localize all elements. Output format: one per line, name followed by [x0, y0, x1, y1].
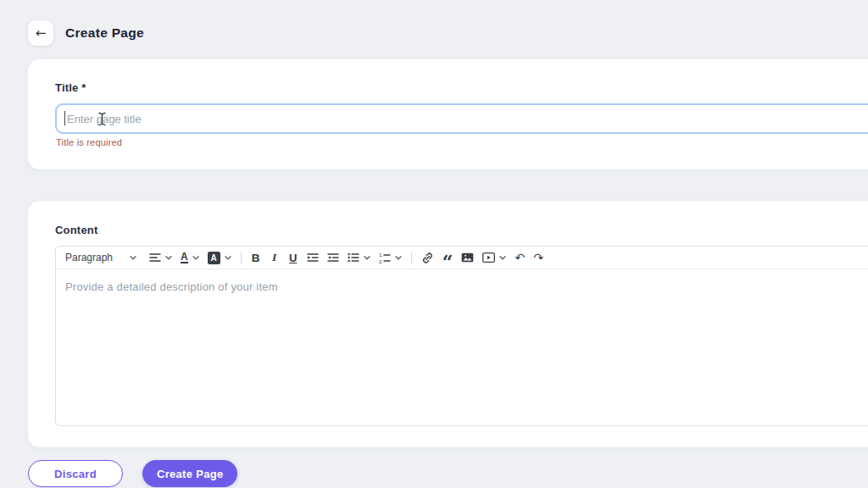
- content-label: Content: [55, 224, 98, 236]
- paragraph-style-label: Paragraph: [65, 252, 113, 263]
- chevron-down-icon: [165, 256, 172, 260]
- bold-icon: B: [252, 252, 260, 264]
- rich-text-editor: Paragraph A A B I U: [55, 246, 868, 426]
- create-page-button[interactable]: Create Page: [142, 460, 237, 487]
- insert-image-button[interactable]: [458, 248, 477, 267]
- chevron-down-icon: [130, 256, 136, 260]
- font-color-icon: A: [181, 252, 188, 264]
- align-left-icon: [149, 252, 161, 263]
- link-button[interactable]: [418, 248, 437, 267]
- back-button[interactable]: ←: [28, 20, 53, 46]
- page-title: Create Page: [65, 25, 144, 41]
- title-card: Title * Title is required: [28, 59, 868, 169]
- undo-button[interactable]: ↶: [511, 248, 528, 267]
- page-header: ← Create Page: [28, 20, 144, 46]
- title-input[interactable]: [55, 103, 868, 134]
- footer-actions: Discard Create Page: [28, 460, 237, 487]
- bulleted-list-icon: [348, 252, 359, 263]
- undo-icon: ↶: [515, 251, 525, 264]
- insert-image-icon: [461, 252, 474, 263]
- increase-indent-icon: [307, 252, 319, 263]
- increase-indent-button[interactable]: [303, 248, 322, 267]
- font-color-dropdown[interactable]: A: [177, 248, 203, 267]
- decrease-indent-icon: [327, 252, 339, 263]
- insert-media-dropdown[interactable]: [479, 248, 509, 267]
- content-card: Content Paragraph A A B: [28, 201, 868, 447]
- paragraph-style-dropdown[interactable]: Paragraph: [62, 248, 140, 267]
- editor-placeholder: Provide a detailed description of your i…: [65, 280, 868, 293]
- italic-icon: I: [272, 251, 276, 264]
- editor-toolbar: Paragraph A A B I U: [56, 247, 868, 269]
- text-alignment-dropdown[interactable]: [146, 248, 175, 267]
- bulleted-list-dropdown[interactable]: [344, 248, 374, 267]
- arrow-left-icon: ←: [36, 25, 47, 41]
- chevron-down-icon: [192, 256, 199, 260]
- chevron-down-icon: [364, 256, 370, 260]
- underline-icon: U: [289, 252, 297, 264]
- svg-text:2.: 2.: [379, 258, 383, 263]
- link-icon: [421, 252, 434, 264]
- font-background-color-dropdown[interactable]: A: [204, 248, 235, 267]
- redo-button[interactable]: ↷: [530, 248, 547, 267]
- title-error-message: Title is required: [56, 137, 122, 147]
- discard-button[interactable]: Discard: [28, 460, 123, 487]
- chevron-down-icon: [395, 256, 402, 260]
- text-caret: [64, 111, 65, 125]
- numbered-list-dropdown[interactable]: 1.2.: [376, 248, 405, 267]
- font-background-color-icon: A: [208, 252, 220, 264]
- title-label: Title *: [55, 81, 86, 94]
- underline-button[interactable]: U: [285, 248, 302, 267]
- decrease-indent-button[interactable]: [324, 248, 342, 267]
- chevron-down-icon: [499, 256, 506, 260]
- block-quote-button[interactable]: “: [439, 248, 457, 267]
- numbered-list-icon: 1.2.: [379, 252, 391, 263]
- toolbar-separator: [241, 252, 242, 264]
- bold-button[interactable]: B: [248, 248, 264, 267]
- toolbar-separator: [411, 252, 412, 264]
- editor-content-area[interactable]: Provide a detailed description of your i…: [56, 269, 868, 304]
- svg-text:1.: 1.: [379, 252, 383, 258]
- title-input-wrap: [55, 103, 868, 134]
- redo-icon: ↷: [533, 251, 543, 264]
- insert-media-icon: [482, 252, 495, 263]
- italic-button[interactable]: I: [266, 248, 283, 267]
- chevron-down-icon: [225, 256, 231, 260]
